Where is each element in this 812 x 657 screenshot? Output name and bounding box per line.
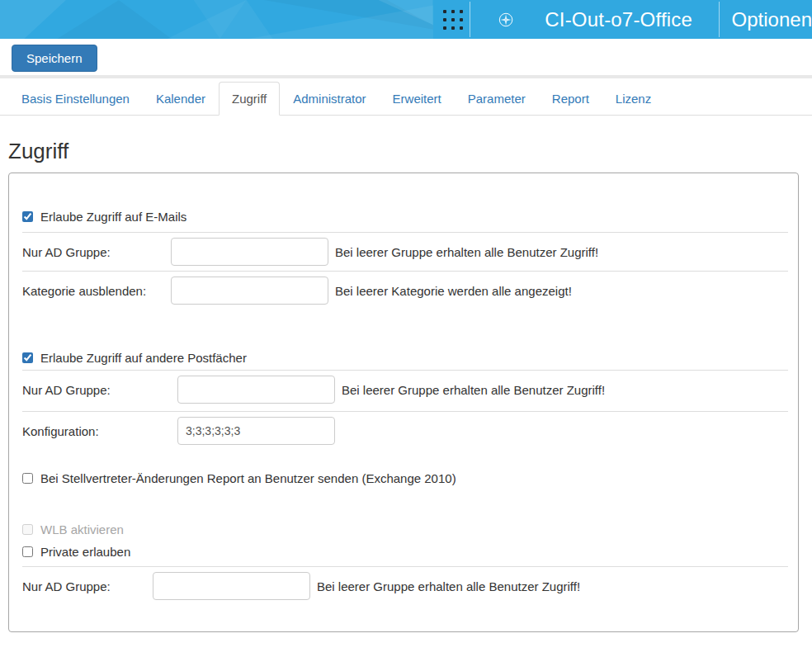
form-row-mailbox-ad-group: Nur AD Gruppe: Bei leerer Gruppe erhalte… [22, 371, 788, 409]
tab-zugriff[interactable]: Zugriff [219, 82, 280, 116]
private-ad-group-hint: Bei leerer Gruppe erhalten alle Benutzer… [317, 579, 580, 593]
tab-report[interactable]: Report [539, 82, 602, 116]
save-button[interactable]: Speichern [12, 45, 97, 72]
page-title: Zugriff [8, 139, 812, 163]
checkbox-row-private: Private erlauben [22, 543, 788, 560]
tab-basis-einstellungen[interactable]: Basis Einstellungen [8, 82, 143, 116]
app-title: CI-Out-o7-Office [545, 8, 692, 31]
deputy-report-checkbox[interactable] [22, 473, 33, 484]
private-label[interactable]: Private erlauben [40, 545, 130, 559]
deputy-report-label[interactable]: Bei Stellvertreter-Änderungen Report an … [40, 471, 456, 485]
tab-kalender[interactable]: Kalender [143, 82, 219, 116]
header-divider [719, 2, 720, 37]
toolbar: Speichern [0, 39, 812, 72]
tab-lizenz[interactable]: Lizenz [602, 82, 664, 116]
tab-parameter[interactable]: Parameter [455, 82, 539, 116]
email-ad-group-input[interactable] [171, 238, 328, 266]
hide-category-hint: Bei leerer Kategorie werden alle angezei… [335, 284, 572, 298]
allow-email-label[interactable]: Erlaube Zugriff auf E-Mails [40, 210, 186, 224]
mailbox-ad-group-label: Nur AD Gruppe: [22, 383, 177, 397]
checkbox-row-allow-email: Erlaube Zugriff auf E-Mails [22, 208, 788, 225]
form-row-hide-category: Kategorie ausblenden: Bei leerer Kategor… [22, 272, 788, 310]
form-row-private-ad-group: Nur AD Gruppe: Bei leerer Gruppe erhalte… [22, 567, 788, 605]
checkbox-row-deputy-report: Bei Stellvertreter-Änderungen Report an … [22, 470, 788, 486]
form-row-konfiguration: Konfiguration: [22, 412, 788, 450]
checkbox-row-allow-mailboxes: Erlaube Zugriff auf andere Postfächer [22, 349, 788, 366]
checkbox-row-wlb: WLB aktivieren [22, 521, 788, 537]
header-divider [470, 2, 470, 37]
allow-mailboxes-label[interactable]: Erlaube Zugriff auf andere Postfächer [40, 351, 247, 365]
header-polygon-background [0, 0, 433, 39]
private-checkbox[interactable] [22, 546, 33, 557]
private-ad-group-label: Nur AD Gruppe: [22, 579, 153, 593]
hide-category-input[interactable] [171, 277, 328, 305]
email-ad-group-hint: Bei leerer Gruppe erhalten alle Benutzer… [335, 245, 598, 259]
wlb-checkbox [22, 524, 33, 535]
compass-star-icon [498, 6, 513, 34]
tab-erweitert[interactable]: Erweitert [380, 82, 455, 116]
app-header: CI-Out-o7-Office Optionen [0, 0, 812, 39]
hide-category-label: Kategorie ausblenden: [22, 284, 171, 298]
zugriff-settings-panel: Erlaube Zugriff auf E-Mails Nur AD Grupp… [8, 173, 799, 632]
private-ad-group-input[interactable] [153, 572, 310, 600]
form-row-email-ad-group: Nur AD Gruppe: Bei leerer Gruppe erhalte… [22, 233, 788, 271]
header-section-title: Optionen [732, 8, 812, 31]
konfiguration-input[interactable] [177, 417, 335, 445]
options-tab-bar: Basis Einstellungen Kalender Zugriff Adm… [0, 82, 812, 116]
toolbar-separator [0, 75, 812, 78]
mailbox-ad-group-input[interactable] [177, 376, 335, 404]
tab-administrator[interactable]: Administrator [280, 82, 379, 116]
email-ad-group-label: Nur AD Gruppe: [22, 245, 171, 259]
app-grid-icon[interactable] [443, 10, 463, 30]
konfiguration-label: Konfiguration: [22, 424, 177, 438]
allow-email-checkbox[interactable] [22, 211, 33, 222]
mailbox-ad-group-hint: Bei leerer Gruppe erhalten alle Benutzer… [342, 383, 605, 397]
allow-mailboxes-checkbox[interactable] [22, 352, 33, 363]
wlb-label: WLB aktivieren [40, 522, 124, 536]
